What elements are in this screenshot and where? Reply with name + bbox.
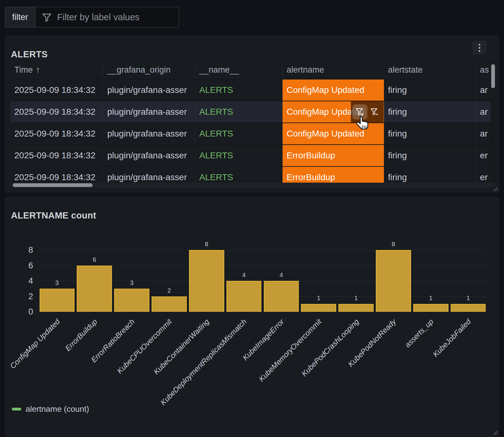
cell-name: ALERTS	[195, 101, 283, 122]
bar-value-label: 4	[225, 271, 263, 279]
bar-KubePodCrashLooping	[338, 304, 374, 312]
y-axis-tick-label: 6	[14, 260, 33, 271]
y-axis-tick-label: 4	[14, 275, 33, 286]
cell-grafana-origin: plugin/grafana-asser	[103, 101, 195, 122]
cell-filter-actions-overlay	[351, 101, 384, 122]
alertname-count-panel: ALERTNAME count 024683ConfigMap Updated6…	[5, 197, 499, 436]
table-row: 2025-09-09 18:34:32plugin/grafana-asserA…	[10, 101, 496, 122]
filter-funnel-icon	[41, 12, 52, 22]
filter-input-wrap[interactable]	[35, 7, 179, 27]
cell-name: ALERTS	[195, 123, 283, 144]
filter-out-value-button[interactable]	[368, 104, 381, 119]
bar-KubeCPUOvercommit	[152, 296, 187, 312]
cell-alertname[interactable]: ErrorBuildup	[283, 167, 384, 183]
bar-value-label: 1	[300, 294, 337, 302]
bar-value-label: 8	[188, 240, 225, 248]
cell-alertname[interactable]: ConfigMap Updated	[283, 101, 384, 122]
bar-value-label: 4	[263, 271, 300, 279]
cell-grafana-origin: plugin/grafana-asser	[103, 167, 195, 183]
cell-alertname[interactable]: ConfigMap Updated	[283, 123, 384, 144]
column-header-alertname[interactable]: alertname	[283, 61, 384, 79]
cell-time: 2025-09-09 18:34:32	[10, 101, 103, 122]
cell-alertstate: firing	[384, 101, 476, 122]
panel-menu-button[interactable]	[472, 41, 486, 55]
cell-name: ALERTS	[195, 79, 283, 101]
vertical-scrollbar-thumb[interactable]	[491, 64, 495, 88]
bar-value-label: 6	[76, 256, 113, 264]
bar-KubePodNotReady	[376, 250, 411, 312]
cell-name: ALERTS	[195, 167, 283, 183]
y-axis-tick-label: 0	[14, 306, 33, 317]
filter-for-value-button[interactable]	[352, 104, 367, 119]
bar-ConfigMap Updated	[40, 289, 75, 312]
bar-value-label: 1	[412, 294, 449, 302]
alerts-table: Time↑__grafana_origin__name__alertnameal…	[10, 61, 496, 183]
cell-grafana-origin: plugin/grafana-asser	[103, 123, 195, 144]
bar-ErrorBuildup	[77, 266, 112, 312]
table-row: 2025-09-09 18:34:32plugin/grafana-asserA…	[10, 122, 496, 144]
bar-value-label: 3	[38, 279, 76, 287]
bar-KubeMemoryOvercommit	[301, 304, 336, 312]
bar-KubeImageError	[264, 281, 299, 312]
bar-KubeContainerWaiting	[189, 250, 224, 312]
filter-bar: filter	[5, 7, 179, 27]
chart-panel-title: ALERTNAME count	[11, 210, 96, 221]
cell-alertstate: firing	[384, 167, 476, 183]
cell-alertname[interactable]: ErrorBuildup	[283, 145, 384, 166]
panel-resize-handle[interactable]	[492, 430, 498, 435]
gridline	[38, 312, 487, 312]
bar-value-label: 8	[375, 240, 412, 248]
column-header-alertstate[interactable]: alertstate	[384, 61, 476, 79]
bar-KubeJobFailed	[451, 304, 486, 312]
column-header-name[interactable]: __name__	[195, 61, 283, 79]
column-header-grafanaorigin[interactable]: __grafana_origin	[103, 61, 195, 79]
bar-value-label: 1	[337, 294, 375, 302]
column-header-time[interactable]: Time↑	[10, 61, 103, 79]
bar-value-label: 1	[449, 294, 487, 302]
table-header-row: Time↑__grafana_origin__name__alertnameal…	[10, 61, 496, 79]
filter-input[interactable]	[56, 12, 174, 23]
alerts-panel-title: ALERTS	[11, 49, 48, 60]
cell-name: ALERTS	[195, 145, 283, 166]
cell-time: 2025-09-09 18:34:32	[10, 167, 103, 183]
filter-field-label: filter	[5, 7, 35, 27]
cell-alertname[interactable]: ConfigMap Updated	[283, 79, 384, 101]
table-row: 2025-09-09 18:34:32plugin/grafana-asserA…	[10, 79, 496, 101]
bar-value-label: 2	[151, 286, 188, 295]
funnel-minus-icon	[370, 107, 379, 117]
cell-time: 2025-09-09 18:34:32	[10, 145, 103, 166]
cell-alertstate: firing	[384, 123, 476, 144]
bar-value-label: 3	[113, 279, 151, 287]
bar-ErrorRatioBreach	[114, 289, 149, 312]
funnel-plus-icon	[355, 107, 365, 117]
cell-time: 2025-09-09 18:34:32	[10, 79, 103, 101]
table-body: 2025-09-09 18:34:32plugin/grafana-asserA…	[10, 79, 496, 183]
y-axis-tick-label: 8	[14, 244, 33, 256]
bar-KubeDeploymentReplicasMismatch	[226, 281, 262, 312]
cell-grafana-origin: plugin/grafana-asser	[103, 145, 195, 166]
cell-alertstate: firing	[384, 145, 476, 166]
y-axis-tick-label: 2	[14, 291, 33, 302]
cell-alertstate: firing	[384, 79, 476, 101]
cell-grafana-origin: plugin/grafana-asser	[103, 79, 195, 101]
alerts-panel: ALERTS Time↑__grafana_origin__name__aler…	[5, 36, 499, 192]
table-row: 2025-09-09 18:34:32plugin/grafana-asserA…	[10, 166, 496, 183]
sort-ascending-icon: ↑	[36, 65, 40, 74]
legend-swatch	[12, 408, 21, 411]
horizontal-scrollbar-thumb[interactable]	[13, 183, 93, 187]
gridline	[38, 250, 487, 250]
legend-label[interactable]: alertname (count)	[26, 404, 89, 414]
panel-resize-handle[interactable]	[492, 186, 498, 192]
legend-item[interactable]: alertname (count)	[12, 404, 89, 414]
table-row: 2025-09-09 18:34:32plugin/grafana-asserA…	[10, 144, 496, 166]
cell-time: 2025-09-09 18:34:32	[10, 123, 103, 144]
bar-asserts_up	[413, 304, 448, 312]
